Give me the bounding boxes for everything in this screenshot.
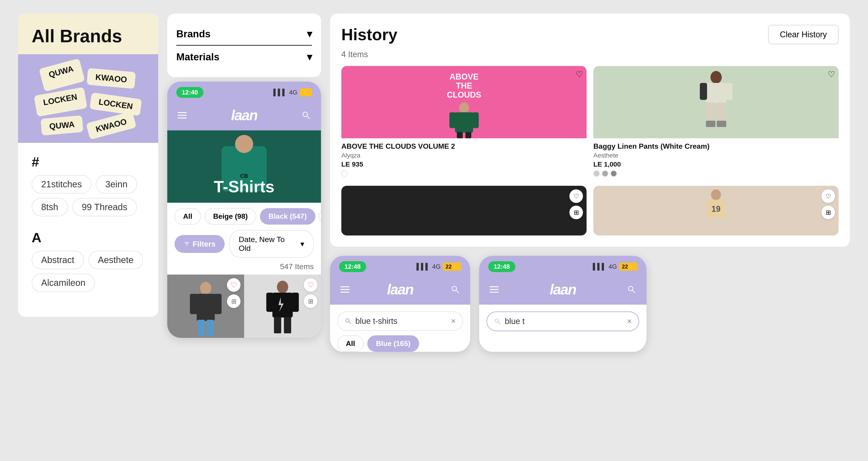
signal-bars-icon: ▌▌▌ (273, 89, 287, 96)
svg-rect-32 (725, 83, 733, 100)
svg-rect-34 (717, 102, 726, 122)
search-left-status: 12:48 (339, 261, 366, 272)
hamburger-menu-icon[interactable] (176, 110, 188, 121)
tag-8tsh[interactable]: 8tsh (32, 198, 68, 216)
svg-point-14 (277, 281, 288, 293)
pattern-tag-2: KWAOO (87, 68, 136, 89)
brands-header: All Brands (18, 13, 158, 54)
search-left-search-btn[interactable] (450, 284, 461, 295)
svg-rect-19 (284, 317, 291, 333)
svg-rect-10 (190, 294, 198, 314)
search-left-clear-icon[interactable]: × (451, 316, 456, 326)
history-header: History Clear History (341, 25, 839, 44)
search-right-search-btn[interactable] (626, 284, 638, 295)
svg-text:19: 19 (711, 204, 720, 214)
history-product-1-info: ABOVE THE CLOUDS VOLUME 2 Alyqza LE 935 (341, 138, 587, 180)
filter-all[interactable]: All (175, 208, 201, 225)
hash-letter: # (32, 154, 145, 170)
sort-dropdown[interactable]: Date, New To Old ▾ (229, 230, 314, 257)
svg-point-23 (459, 102, 469, 113)
search-right-hamburger-icon[interactable] (488, 284, 500, 295)
heart-icon-3: ♡ (574, 192, 579, 200)
search-left-filter-all[interactable]: All (337, 335, 364, 352)
search-left-filter-blue[interactable]: Blue (165) (367, 335, 419, 352)
tshirts-hero-image: CB T-Shirts (167, 130, 321, 203)
svg-rect-30 (706, 83, 726, 103)
product-2-wishlist-btn[interactable]: ♡ (304, 278, 317, 292)
baggy-pants-svg (684, 66, 748, 138)
history-product-2[interactable]: ♡ Baggy Linen Pants (White Cream) Aesthe… (593, 66, 839, 180)
partial-2-wishlist-btn[interactable]: ♡ (822, 189, 835, 203)
tag-abstract[interactable]: Abstract (32, 251, 84, 269)
product-card-2[interactable]: ♡ ⊞ (244, 275, 321, 338)
history-product-2-heart[interactable]: ♡ (828, 70, 835, 79)
brands-dropdown-card: Brands ▾ Materials ▾ (167, 13, 321, 77)
middle-column: Brands ▾ Materials ▾ 12:40 ▌▌▌ 4G ⚡ (167, 13, 321, 448)
search-left-input-icon (344, 317, 352, 325)
search-left-hamburger-icon[interactable] (339, 284, 351, 295)
svg-line-45 (632, 290, 635, 293)
brands-title: All Brands (32, 27, 145, 45)
search-phone-left-nav: laan (330, 277, 470, 305)
search-left-signal: ▌▌▌ 4G 22⚡ (416, 263, 461, 271)
laan-logo: laan (231, 107, 257, 124)
search-right-search-icon (627, 284, 637, 295)
history-product-1-heart[interactable]: ♡ (576, 70, 583, 79)
network-type: 4G (289, 89, 298, 96)
svg-line-1 (307, 116, 310, 119)
heart-icon-4: ♡ (826, 192, 831, 200)
partial-1-view-btn[interactable]: ⊞ (569, 206, 583, 219)
history-product-2-image: ♡ (593, 66, 839, 138)
partial-card-1[interactable]: ♡ ⊞ (341, 186, 587, 236)
search-button[interactable] (300, 110, 312, 121)
product-2-view-btn[interactable]: ⊞ (304, 295, 317, 308)
tag-21stitches[interactable]: 21stitches (32, 175, 91, 193)
search-right-input[interactable]: blue t (505, 316, 623, 326)
search-left-logo: laan (387, 281, 413, 298)
history-title: History (341, 25, 397, 44)
svg-rect-27 (457, 132, 463, 138)
partial-1-wishlist-btn[interactable]: ♡ (569, 189, 583, 203)
tshirts-phone-header: 12:40 ▌▌▌ 4G ⚡ (167, 82, 321, 102)
history-count: 4 Items (341, 50, 839, 59)
product-1-view-btn[interactable]: ⊞ (227, 295, 241, 308)
history-product-2-brand: Aesthete (593, 152, 839, 159)
svg-point-3 (235, 135, 253, 153)
filters-button[interactable]: Filters (175, 235, 225, 253)
filter-blue[interactable]: Blue (16... (319, 208, 321, 225)
search-left-input[interactable]: blue t-shirts (355, 316, 447, 326)
sort-chevron-icon: ▾ (301, 239, 304, 248)
svg-line-41 (456, 290, 459, 293)
brands-dropdown[interactable]: Brands ▾ (176, 23, 312, 45)
search-right-status: 12:48 (488, 261, 515, 272)
tag-99threads[interactable]: 99 Threads (72, 198, 137, 216)
search-phone-right: 12:48 ▌▌▌ 4G 22⚡ (479, 256, 647, 352)
product-grid: ♡ ⊞ (167, 275, 321, 338)
materials-dropdown[interactable]: Materials ▾ (176, 45, 312, 68)
search-right-signal: ▌▌▌ 4G 22⚡ (593, 263, 638, 271)
search-left-input-bar: blue t-shirts × (337, 311, 463, 331)
product-card-1[interactable]: ♡ ⊞ (167, 275, 244, 338)
search-right-clear-icon[interactable]: × (627, 316, 632, 326)
filter-beige[interactable]: Beige (98) (205, 208, 256, 225)
history-product-1[interactable]: ABOVE THE CLOUDS ♡ (341, 66, 587, 180)
partial-card-2[interactable]: 19 ♡ ⊞ (593, 186, 839, 236)
grid-icon-3: ⊞ (574, 209, 579, 216)
hash-section: # 21stitches 3einn 8tsh 99 Threads (32, 154, 145, 216)
svg-rect-17 (291, 293, 299, 312)
svg-line-43 (348, 321, 351, 324)
brands-chevron-icon: ▾ (307, 28, 312, 39)
partial-image-2: 19 ♡ ⊞ (593, 186, 839, 236)
tag-alcamileon[interactable]: Alcamileon (32, 274, 95, 292)
partial-2-view-btn[interactable]: ⊞ (822, 206, 835, 219)
clear-history-button[interactable]: Clear History (768, 25, 839, 44)
tag-aesthete[interactable]: Aesthete (88, 251, 143, 269)
history-product-1-brand: Alyqza (341, 152, 587, 159)
filter-black[interactable]: Black (547) (260, 208, 315, 225)
items-count: 547 Items (167, 262, 321, 275)
tag-3einn[interactable]: 3einn (96, 175, 137, 193)
pattern-tag-1: QUWA (39, 58, 85, 92)
partial-image-1: ♡ ⊞ (341, 186, 587, 236)
product-1-wishlist-btn[interactable]: ♡ (227, 278, 241, 292)
search-left-bars: ▌▌▌ (416, 263, 430, 270)
